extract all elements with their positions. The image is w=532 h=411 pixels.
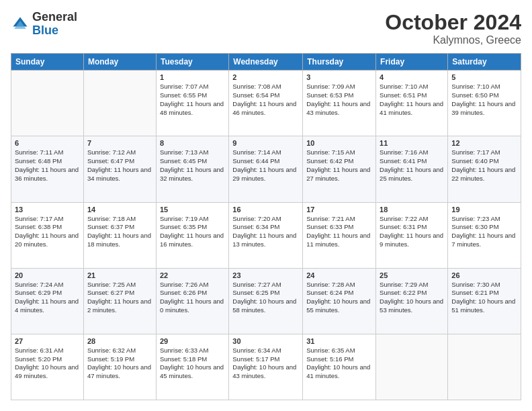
day-number: 16 bbox=[232, 205, 299, 214]
day-info: Sunrise: 7:25 AMSunset: 6:27 PMDaylight:… bbox=[87, 281, 152, 315]
week-row-5: 27Sunrise: 6:31 AMSunset: 5:20 PMDayligh… bbox=[11, 334, 521, 400]
day-info: Sunrise: 6:31 AMSunset: 5:20 PMDaylight:… bbox=[15, 347, 80, 381]
day-info: Sunrise: 7:26 AMSunset: 6:26 PMDaylight:… bbox=[160, 281, 225, 315]
day-info: Sunrise: 7:20 AMSunset: 6:34 PMDaylight:… bbox=[232, 215, 299, 249]
weekday-tuesday: Tuesday bbox=[156, 54, 228, 71]
day-cell: 29Sunrise: 6:33 AMSunset: 5:18 PMDayligh… bbox=[156, 334, 228, 400]
day-info: Sunrise: 7:09 AMSunset: 6:53 PMDaylight:… bbox=[306, 83, 372, 117]
day-number: 11 bbox=[380, 139, 444, 147]
day-number: 24 bbox=[306, 271, 372, 279]
day-cell bbox=[11, 71, 84, 136]
day-cell: 11Sunrise: 7:16 AMSunset: 6:41 PMDayligh… bbox=[376, 136, 448, 202]
day-info: Sunrise: 7:17 AMSunset: 6:38 PMDaylight:… bbox=[15, 215, 80, 249]
day-cell: 1Sunrise: 7:07 AMSunset: 6:55 PMDaylight… bbox=[156, 71, 228, 136]
day-number: 13 bbox=[15, 205, 80, 214]
day-info: Sunrise: 7:16 AMSunset: 6:41 PMDaylight:… bbox=[380, 148, 444, 183]
day-cell: 18Sunrise: 7:22 AMSunset: 6:31 PMDayligh… bbox=[376, 202, 448, 268]
day-info: Sunrise: 6:34 AMSunset: 5:17 PMDaylight:… bbox=[232, 347, 299, 381]
month-title: October 2024 bbox=[385, 11, 521, 34]
day-info: Sunrise: 7:08 AMSunset: 6:54 PMDaylight:… bbox=[232, 83, 299, 117]
day-cell: 23Sunrise: 7:27 AMSunset: 6:25 PMDayligh… bbox=[229, 268, 303, 334]
day-number: 22 bbox=[160, 271, 225, 279]
day-number: 18 bbox=[380, 205, 444, 214]
day-number: 5 bbox=[451, 73, 517, 81]
day-info: Sunrise: 7:29 AMSunset: 6:22 PMDaylight:… bbox=[380, 281, 444, 315]
day-number: 3 bbox=[306, 73, 372, 81]
day-cell: 27Sunrise: 6:31 AMSunset: 5:20 PMDayligh… bbox=[11, 334, 84, 400]
day-cell: 3Sunrise: 7:09 AMSunset: 6:53 PMDaylight… bbox=[303, 71, 376, 136]
day-info: Sunrise: 7:21 AMSunset: 6:33 PMDaylight:… bbox=[306, 215, 372, 249]
weekday-friday: Friday bbox=[376, 54, 448, 71]
day-cell: 6Sunrise: 7:11 AMSunset: 6:48 PMDaylight… bbox=[11, 136, 84, 202]
day-cell: 15Sunrise: 7:19 AMSunset: 6:35 PMDayligh… bbox=[156, 202, 228, 268]
day-number: 2 bbox=[232, 73, 299, 81]
day-cell: 4Sunrise: 7:10 AMSunset: 6:51 PMDaylight… bbox=[376, 71, 448, 136]
day-info: Sunrise: 7:12 AMSunset: 6:47 PMDaylight:… bbox=[87, 148, 152, 183]
day-cell: 19Sunrise: 7:23 AMSunset: 6:30 PMDayligh… bbox=[448, 202, 521, 268]
day-number: 17 bbox=[306, 205, 372, 214]
day-cell: 8Sunrise: 7:13 AMSunset: 6:45 PMDaylight… bbox=[156, 136, 228, 202]
day-cell bbox=[448, 334, 521, 400]
day-info: Sunrise: 7:22 AMSunset: 6:31 PMDaylight:… bbox=[380, 215, 444, 249]
day-info: Sunrise: 7:14 AMSunset: 6:44 PMDaylight:… bbox=[232, 148, 299, 183]
calendar-body: 1Sunrise: 7:07 AMSunset: 6:55 PMDaylight… bbox=[11, 71, 521, 400]
day-cell: 28Sunrise: 6:32 AMSunset: 5:19 PMDayligh… bbox=[83, 334, 156, 400]
day-cell: 12Sunrise: 7:17 AMSunset: 6:40 PMDayligh… bbox=[448, 136, 521, 202]
day-number: 10 bbox=[306, 139, 372, 147]
day-info: Sunrise: 7:30 AMSunset: 6:21 PMDaylight:… bbox=[451, 281, 517, 315]
day-cell: 10Sunrise: 7:15 AMSunset: 6:42 PMDayligh… bbox=[303, 136, 376, 202]
day-cell bbox=[376, 334, 448, 400]
day-info: Sunrise: 7:13 AMSunset: 6:45 PMDaylight:… bbox=[160, 148, 225, 183]
day-cell: 26Sunrise: 7:30 AMSunset: 6:21 PMDayligh… bbox=[448, 268, 521, 334]
day-info: Sunrise: 7:07 AMSunset: 6:55 PMDaylight:… bbox=[160, 83, 225, 117]
day-info: Sunrise: 7:27 AMSunset: 6:25 PMDaylight:… bbox=[232, 281, 299, 315]
day-info: Sunrise: 7:10 AMSunset: 6:51 PMDaylight:… bbox=[380, 83, 444, 117]
day-number: 12 bbox=[451, 139, 517, 147]
day-cell: 16Sunrise: 7:20 AMSunset: 6:34 PMDayligh… bbox=[229, 202, 303, 268]
weekday-header-row: SundayMondayTuesdayWednesdayThursdayFrid… bbox=[11, 54, 521, 71]
weekday-thursday: Thursday bbox=[303, 54, 376, 71]
page-header: General Blue October 2024 Kalymnos, Gree… bbox=[11, 11, 521, 46]
day-info: Sunrise: 7:17 AMSunset: 6:40 PMDaylight:… bbox=[451, 148, 517, 183]
day-info: Sunrise: 6:33 AMSunset: 5:18 PMDaylight:… bbox=[160, 347, 225, 381]
day-cell: 13Sunrise: 7:17 AMSunset: 6:38 PMDayligh… bbox=[11, 202, 84, 268]
day-number: 19 bbox=[451, 205, 517, 214]
day-cell: 9Sunrise: 7:14 AMSunset: 6:44 PMDaylight… bbox=[229, 136, 303, 202]
day-cell: 14Sunrise: 7:18 AMSunset: 6:37 PMDayligh… bbox=[83, 202, 156, 268]
logo: General Blue bbox=[11, 11, 77, 38]
day-cell bbox=[83, 71, 156, 136]
day-cell: 22Sunrise: 7:26 AMSunset: 6:26 PMDayligh… bbox=[156, 268, 228, 334]
day-number: 6 bbox=[15, 139, 80, 147]
day-cell: 20Sunrise: 7:24 AMSunset: 6:29 PMDayligh… bbox=[11, 268, 84, 334]
weekday-saturday: Saturday bbox=[448, 54, 521, 71]
day-number: 1 bbox=[160, 73, 225, 81]
day-number: 21 bbox=[87, 271, 152, 279]
day-number: 27 bbox=[15, 337, 80, 345]
day-number: 14 bbox=[87, 205, 152, 214]
day-info: Sunrise: 7:18 AMSunset: 6:37 PMDaylight:… bbox=[87, 215, 152, 249]
logo-blue-text: Blue bbox=[32, 24, 58, 37]
weekday-wednesday: Wednesday bbox=[229, 54, 303, 71]
title-block: October 2024 Kalymnos, Greece bbox=[385, 11, 521, 46]
day-number: 23 bbox=[232, 271, 299, 279]
calendar-table: SundayMondayTuesdayWednesdayThursdayFrid… bbox=[11, 53, 521, 400]
day-info: Sunrise: 7:23 AMSunset: 6:30 PMDaylight:… bbox=[451, 215, 517, 249]
day-cell: 5Sunrise: 7:10 AMSunset: 6:50 PMDaylight… bbox=[448, 71, 521, 136]
day-info: Sunrise: 7:11 AMSunset: 6:48 PMDaylight:… bbox=[15, 148, 80, 183]
day-number: 29 bbox=[160, 337, 225, 345]
week-row-4: 20Sunrise: 7:24 AMSunset: 6:29 PMDayligh… bbox=[11, 268, 521, 334]
logo-general-text: General bbox=[32, 10, 77, 24]
day-cell: 7Sunrise: 7:12 AMSunset: 6:47 PMDaylight… bbox=[83, 136, 156, 202]
day-cell: 30Sunrise: 6:34 AMSunset: 5:17 PMDayligh… bbox=[229, 334, 303, 400]
weekday-sunday: Sunday bbox=[11, 54, 84, 71]
day-info: Sunrise: 6:35 AMSunset: 5:16 PMDaylight:… bbox=[306, 347, 372, 381]
day-number: 25 bbox=[380, 271, 444, 279]
day-cell: 31Sunrise: 6:35 AMSunset: 5:16 PMDayligh… bbox=[303, 334, 376, 400]
day-cell: 17Sunrise: 7:21 AMSunset: 6:33 PMDayligh… bbox=[303, 202, 376, 268]
day-info: Sunrise: 7:15 AMSunset: 6:42 PMDaylight:… bbox=[306, 148, 372, 183]
day-number: 30 bbox=[232, 337, 299, 345]
day-cell: 2Sunrise: 7:08 AMSunset: 6:54 PMDaylight… bbox=[229, 71, 303, 136]
week-row-2: 6Sunrise: 7:11 AMSunset: 6:48 PMDaylight… bbox=[11, 136, 521, 202]
day-info: Sunrise: 7:24 AMSunset: 6:29 PMDaylight:… bbox=[15, 281, 80, 315]
day-number: 26 bbox=[451, 271, 517, 279]
